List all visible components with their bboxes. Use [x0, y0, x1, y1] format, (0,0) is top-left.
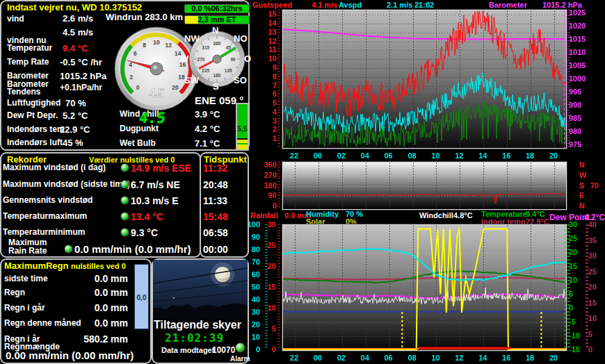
humidity-tick: 100 [239, 220, 260, 229]
time-tick: 02 [334, 354, 348, 362]
time-tick: 08 [405, 354, 419, 362]
temp-tick: -10 [569, 331, 587, 340]
barometer-tick: 1020 [569, 22, 592, 30]
window-title: Indtast vejret nu, WD 10.375152 [7, 2, 142, 13]
record-row-label: Maximum vindstød (sidste time) [3, 179, 130, 189]
rain-rate-value: 0.00 mm/min (0.00 mm/hr) [6, 349, 134, 361]
svg-text:0: 0 [136, 84, 140, 91]
svg-text:10: 10 [153, 39, 160, 46]
wind-speed-tick: 5 [256, 99, 277, 107]
svg-text:20: 20 [172, 84, 179, 91]
humidity-tick: 10 [239, 333, 260, 341]
rain-row-value: 0.0 mm [70, 317, 128, 329]
record-row-value: 10.3 m/s E [131, 195, 179, 206]
wind-speed-tick: 6 [256, 90, 277, 98]
temp-tick: 15 [569, 262, 587, 270]
compass-no-label: NO [234, 33, 248, 44]
wind-speed-tick: 4 [256, 108, 277, 116]
climate-chart[interactable] [282, 224, 567, 351]
direction-letter: N [579, 160, 589, 169]
temp-tick: 0 [569, 304, 587, 312]
record-led-icon [120, 163, 129, 172]
record-row-value: 0.0 mm/min (0.0 mm/hr) [74, 243, 191, 255]
rain-scale-tick: 25 [259, 241, 276, 249]
humidity-tick: 50 [239, 283, 260, 291]
time-tick: 04 [358, 151, 372, 160]
humidity-tick: 60 [239, 270, 260, 279]
record-row-label: Maximum vindstød (i dag) [3, 163, 106, 172]
wind-speed-value: 2.6 m/s [63, 13, 93, 24]
indoor-temp-tick: 35 [588, 236, 604, 245]
rain-bar-value: 0,0 [135, 294, 148, 301]
time-tick: 14 [476, 151, 490, 160]
wind-speed-digital: 4.5 [138, 110, 167, 126]
temp-tick: 10 [569, 276, 587, 284]
temp-tick: 30 [569, 220, 587, 229]
time-tick: 22 [287, 354, 301, 362]
windchill-legend: Windchill [419, 211, 453, 220]
record-led-icon [120, 180, 129, 189]
svg-text:270: 270 [197, 57, 205, 62]
humidity-tick: 90 [239, 233, 260, 241]
time-tick: 12 [452, 151, 466, 160]
wind-speed-chart[interactable] [282, 10, 567, 149]
rain-subtitle: nulstilles ved 0 [71, 262, 126, 270]
rain-row-label: sidste time [4, 274, 48, 283]
wind-bar-value: 5,5 [237, 125, 248, 133]
sky-photo[interactable] [153, 260, 248, 320]
rain-scale-tick: 15 [259, 283, 276, 291]
indoor-temp-tick: 25 [588, 267, 604, 276]
clock: 21:02:39 [165, 331, 224, 345]
record-row-value: 13.4 °C [131, 211, 163, 222]
time-tick: 06 [382, 354, 396, 362]
barometer-tick: 1010 [569, 48, 592, 56]
record-row-label: Maximum Rain Rate [8, 238, 47, 255]
rain-scale-tick: 10 [259, 304, 276, 312]
wind-label: vind [7, 14, 24, 24]
svg-text:6: 6 [134, 50, 137, 57]
temp-rate-label: Temp Rate [7, 57, 49, 67]
indoor-hum-value: 45 % [63, 138, 83, 148]
wind-direction-chart[interactable] [282, 162, 567, 210]
temperature-label: Temperatur [7, 43, 52, 53]
svg-text:4.5: 4.5 [149, 88, 164, 99]
barometer-tick: 980 [569, 127, 592, 135]
humidity-tick: 30 [239, 308, 260, 316]
dewpt-depr-label: Dew Pt Depr. [7, 110, 58, 120]
rain-row-value: 0.0 mm [70, 287, 128, 298]
humidity-tick: 80 [239, 245, 260, 254]
svg-text:2: 2 [130, 74, 134, 81]
time-tick: 18 [523, 354, 537, 362]
dew-point-value: 4.2 °C [195, 124, 220, 134]
compass-w-label: W [180, 53, 188, 64]
wind-speed-tick: 13 [256, 28, 277, 36]
wet-bulb-value: 7.1 °C [195, 138, 220, 149]
indoor-temp-value: 22.9 °C [60, 124, 90, 135]
time-tick: 08 [405, 151, 419, 160]
compass-n-label: N [212, 25, 218, 35]
indoor-temp-tick: 20 [588, 283, 604, 291]
time-tick: 20 [547, 354, 560, 362]
rain-row-value: 580.2 mm [70, 333, 128, 345]
baro-series-label: Barometer [489, 1, 527, 9]
barometer-tick: 975 [569, 140, 592, 149]
wind-speed-tick: 15 [256, 10, 277, 18]
svg-text:12: 12 [166, 42, 172, 49]
rain-scale-tick: 0 [259, 345, 276, 354]
barometer-tick: 1025 [569, 8, 592, 17]
chart-time: 21:02 [414, 1, 434, 9]
humidity-tick: 0 [239, 345, 260, 354]
humidity-tick: 40 [239, 295, 260, 304]
indoor-temp-tick: 10 [588, 314, 604, 322]
wind-speed-tick: 10 [256, 54, 277, 63]
wind-speed-tick: 14 [256, 19, 277, 27]
data-received-count: 10070 [212, 345, 235, 355]
barometer-tick: 985 [569, 114, 592, 122]
direction-letter: E [579, 191, 589, 199]
barometer-tick: 1005 [569, 61, 592, 69]
rainfall-legend: Rainfall [250, 211, 278, 220]
clim-red-ruler [277, 224, 280, 349]
time-tick: 04 [358, 354, 372, 362]
record-led-icon [120, 212, 129, 221]
direction-tick: 270 [256, 171, 277, 179]
